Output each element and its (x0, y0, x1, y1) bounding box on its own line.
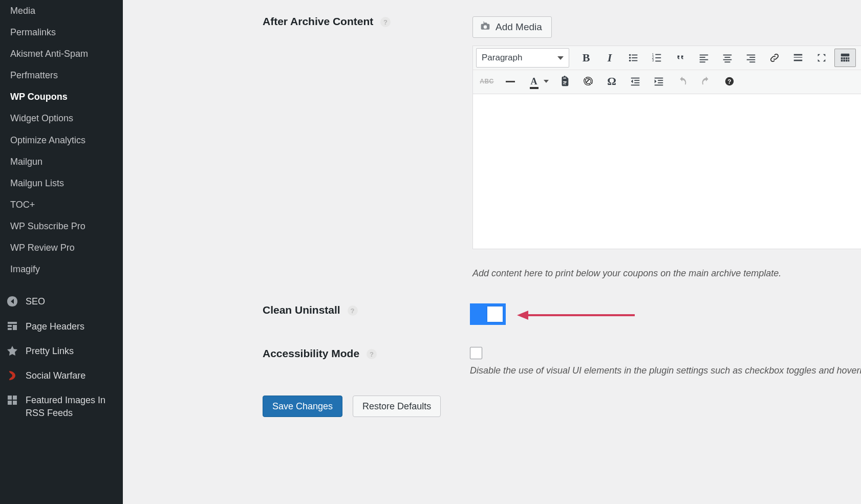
sidebar-item-mailgun-lists[interactable]: Mailgun Lists (0, 172, 123, 194)
field-label-clean-uninstall: Clean Uninstall ? (263, 304, 358, 316)
italic-button[interactable]: I (599, 49, 620, 67)
sidebar-item-perfmatters[interactable]: Perfmatters (0, 64, 123, 86)
help-icon[interactable]: ? (348, 305, 358, 316)
add-media-label: Add Media (496, 21, 542, 33)
align-left-button[interactable] (693, 49, 715, 67)
svg-rect-4 (632, 57, 637, 58)
sidebar-item-akismet[interactable]: Akismet Anti-Spam (0, 43, 123, 64)
sidebar-item-mailgun[interactable]: Mailgun (0, 151, 123, 172)
svg-rect-8 (655, 54, 661, 55)
form-actions: Save Changes Restore Defaults (263, 396, 441, 417)
sidebar-item-wp-review-pro[interactable]: WP Review Pro (0, 237, 123, 258)
indent-button[interactable] (648, 72, 670, 91)
fullscreen-button[interactable] (811, 49, 832, 67)
svg-rect-41 (634, 82, 639, 83)
sidebar-item-wp-coupons[interactable]: WP Coupons (0, 86, 123, 107)
sidebar-item-media[interactable]: Media (0, 0, 123, 21)
svg-marker-50 (517, 311, 528, 320)
pretty-links-icon (6, 345, 18, 357)
undo-button[interactable] (672, 72, 693, 91)
svg-text:?: ? (727, 78, 731, 85)
svg-point-1 (629, 54, 631, 56)
svg-rect-23 (747, 59, 756, 60)
sidebar-item-label: Pretty Links (26, 345, 116, 357)
text-color-button[interactable]: A (523, 72, 545, 91)
sidebar-item-label: Page Headers (26, 320, 116, 333)
restore-defaults-button[interactable]: Restore Defaults (353, 396, 441, 417)
svg-rect-27 (794, 57, 803, 58)
svg-rect-21 (747, 55, 756, 56)
sidebar-item-widget-options[interactable]: Widget Options (0, 107, 123, 129)
svg-rect-14 (700, 57, 705, 58)
svg-point-3 (629, 57, 631, 59)
paste-text-button[interactable]: T (554, 72, 575, 91)
toggle-knob (487, 306, 503, 322)
help-icon[interactable]: ? (380, 17, 391, 27)
sidebar-item-social-warfare[interactable]: Social Warfare (0, 363, 123, 388)
clean-uninstall-toggle[interactable] (470, 303, 506, 325)
align-center-button[interactable] (717, 49, 738, 67)
bold-button[interactable]: B (575, 49, 597, 67)
accessibility-mode-checkbox[interactable] (470, 347, 482, 359)
svg-text:3: 3 (652, 58, 654, 62)
svg-rect-6 (632, 60, 637, 61)
sidebar-item-pretty-links[interactable]: Pretty Links (0, 339, 123, 363)
svg-rect-15 (700, 59, 708, 60)
add-media-button[interactable]: Add Media (472, 16, 552, 38)
field-label-after-archive-content: After Archive Content ? (263, 15, 391, 28)
svg-rect-20 (725, 61, 730, 62)
seo-icon (6, 295, 18, 308)
link-button[interactable] (764, 49, 785, 67)
sidebar-item-label: Social Warfare (26, 369, 116, 382)
editor-content-area[interactable] (473, 94, 861, 249)
strikethrough-button[interactable]: ABC (476, 72, 498, 91)
svg-rect-29 (841, 54, 850, 57)
svg-rect-18 (725, 57, 730, 58)
sidebar-item-optimize-analytics[interactable]: Optimize Analytics (0, 129, 123, 151)
annotation-arrow-icon (517, 310, 635, 321)
horizontal-rule-button[interactable] (500, 72, 521, 91)
sidebar-item-page-headers[interactable]: Page Headers (0, 314, 123, 339)
clear-formatting-button[interactable] (577, 72, 599, 91)
sidebar-item-label: Featured Images In RSS Feeds (26, 394, 116, 419)
sidebar-item-imagify[interactable]: Imagify (0, 258, 123, 280)
format-select[interactable]: Paragraph (476, 48, 569, 68)
toolbar-toggle-button[interactable] (834, 49, 856, 67)
page-headers-icon (6, 320, 18, 333)
svg-rect-42 (631, 84, 640, 85)
svg-rect-10 (655, 57, 661, 58)
svg-rect-30 (841, 57, 843, 59)
read-more-button[interactable] (787, 49, 809, 67)
svg-rect-43 (655, 78, 663, 79)
blockquote-button[interactable] (670, 49, 691, 67)
svg-rect-37 (848, 60, 850, 62)
bulleted-list-button[interactable] (622, 49, 644, 67)
settings-page: After Archive Content ? Add Media Paragr… (123, 0, 861, 504)
outdent-button[interactable] (625, 72, 646, 91)
numbered-list-button[interactable]: 123 (646, 49, 668, 67)
keyboard-shortcuts-button[interactable]: ? (719, 72, 740, 91)
svg-rect-13 (700, 55, 708, 56)
svg-rect-39 (631, 78, 640, 79)
editor-toolbar-row-1: Paragraph B I 123 (473, 46, 861, 70)
svg-rect-45 (658, 82, 663, 83)
social-warfare-icon (6, 369, 18, 382)
svg-rect-32 (846, 57, 848, 59)
sidebar-item-featured-images-rss[interactable]: Featured Images In RSS Feeds (0, 388, 123, 425)
camera-icon (480, 21, 490, 34)
sidebar-item-seo[interactable]: SEO (0, 289, 123, 314)
svg-rect-35 (843, 60, 845, 62)
after-archive-content-hint: Add content here to print below your cou… (472, 268, 781, 279)
sidebar-item-wp-subscribe-pro[interactable]: WP Subscribe Pro (0, 215, 123, 237)
help-icon[interactable]: ? (367, 349, 377, 359)
chevron-down-icon (557, 56, 564, 60)
svg-rect-36 (846, 60, 848, 62)
sidebar-item-toc[interactable]: TOC+ (0, 194, 123, 215)
redo-button[interactable] (695, 72, 717, 91)
save-changes-button[interactable]: Save Changes (263, 396, 342, 417)
chevron-down-icon[interactable] (544, 80, 549, 83)
special-character-button[interactable]: Ω (601, 72, 622, 91)
sidebar-item-permalinks[interactable]: Permalinks (0, 21, 123, 43)
align-right-button[interactable] (740, 49, 762, 67)
svg-rect-19 (723, 59, 732, 60)
